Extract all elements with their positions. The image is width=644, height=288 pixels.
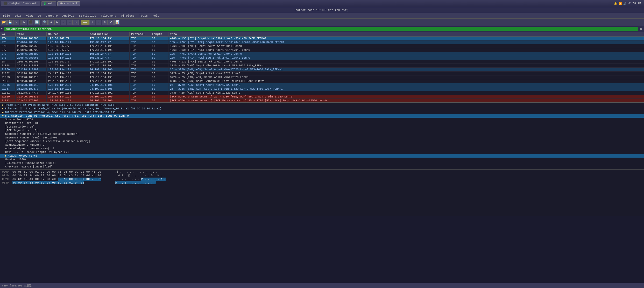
menu-telephony[interactable]: Telephony	[99, 14, 118, 18]
packet-row[interactable]: 21066351278.181518172.16.134.19124.197.1…	[0, 83, 644, 87]
toolbar-zoom-in[interactable]: +	[89, 20, 95, 25]
detail-line[interactable]: ▶Internet Protocol Version 4, Src: 195.3…	[0, 110, 644, 114]
packet-cell: 3729 → 25 [SYN] Seq=0 Win=16384 Len=0 MS…	[168, 64, 644, 67]
detail-line[interactable]: ▶Flags: 0x002 (SYN)	[0, 154, 644, 158]
packet-cell: 21063	[0, 75, 16, 79]
hex-bytes: 40 00 07 38 00 02 04 05 8c 01 01 04 02	[12, 181, 111, 184]
detail-line[interactable]: ▶Ethernet II, Src: Entrada_05:ce:0a (00:…	[0, 107, 644, 110]
packet-cell: TCP	[130, 87, 150, 91]
packet-row[interactable]: 277236845.982720195.36.247.77172.16.134.…	[0, 48, 644, 52]
packet-row[interactable]: 21062351278.18130824.197.194.106172.16.1…	[0, 72, 644, 75]
hex-row: 000000 05 69 00 01 e2 00 e0 b6 05 ce 0a …	[0, 170, 644, 174]
packet-detail[interactable]: ▶Frame 274: 62 bytes on wire (496 bits),…	[0, 102, 644, 170]
packet-cell: 135 → 4768 [SYN, ACK] Seq=0 Ack=1 Win=17…	[168, 40, 644, 44]
menu-capture[interactable]: Capture	[44, 14, 60, 18]
packet-cell: 236845.988061	[16, 56, 47, 60]
detail-text: [Calculated window size: 16384]	[5, 161, 56, 165]
packet-cell: 351278.181310	[16, 75, 47, 79]
menu-file[interactable]: File	[1, 14, 12, 18]
hex-offset: 0030	[2, 181, 12, 184]
menu-edit[interactable]: Edit	[12, 14, 23, 18]
packet-row[interactable]: 21048351278.11098024.197.194.106172.16.1…	[0, 64, 644, 68]
packet-cell: TCP	[130, 99, 150, 102]
toolbar-zoom-out[interactable]: −	[96, 20, 101, 25]
hex-row: 002086 bf 12 a0 00 87 08 e0 32 c6 00 00 …	[0, 177, 644, 181]
toolbar-stop[interactable]: ⬛	[28, 20, 33, 25]
packet-row[interactable]: 278236845.988061172.16.134.191195.36.247…	[0, 56, 644, 60]
detail-text: Checksum: 0x0738 [unverified]	[5, 165, 53, 168]
packet-cell: 236845.982720	[16, 48, 47, 52]
toolbar-save[interactable]: 💾	[7, 20, 13, 25]
menu-view[interactable]: View	[24, 14, 35, 18]
packet-cell: 24.197.194.106	[88, 99, 130, 102]
toolbar-zoom-reset[interactable]: ⊕	[102, 20, 108, 25]
toolbar-filter-prev[interactable]: ⟵	[67, 20, 73, 25]
filter-clear[interactable]: ✕	[639, 27, 643, 31]
packet-row[interactable]: 276236845.964550195.36.247.77172.16.134.…	[0, 44, 644, 48]
packet-row[interactable]: 275236844.906655172.16.134.191195.36.247…	[0, 40, 644, 44]
packet-row[interactable]: 21067351278.183677172.16.134.19124.197.1…	[0, 87, 644, 91]
toolbar-open[interactable]: 📂	[1, 20, 7, 25]
detail-line: Source Port: 4768	[0, 118, 644, 121]
packet-list[interactable]: No. Time Source Destination Protocol Len…	[0, 32, 644, 102]
col-header-info: Info	[168, 32, 644, 36]
packet-row[interactable]: 21081351278.27477724.197.194.106172.16.1…	[0, 91, 644, 95]
toolbar-jump[interactable]: ↩	[61, 20, 66, 25]
packet-cell: 24.197.194.106	[47, 72, 88, 75]
detail-text: Source Port: 4768	[5, 118, 33, 121]
packet-row[interactable]: 21050351278.110982172.16.134.19124.197.1…	[0, 68, 644, 72]
detail-line: [Stream index: 28]	[0, 125, 644, 129]
toolbar-close[interactable]: ✕	[13, 20, 19, 25]
packet-cell: 236845.964550	[16, 44, 47, 48]
toolbar-graph[interactable]: 📊	[114, 20, 120, 25]
toolbar-restart[interactable]: 🔄	[34, 20, 40, 25]
detail-line[interactable]: ▼Transmission Control Protocol, Src Port…	[0, 114, 644, 118]
detail-line: Acknowledgment Number: 0	[0, 143, 644, 147]
packet-cell: 351278.274777	[16, 91, 47, 95]
menu-tools[interactable]: Tools	[137, 14, 150, 18]
packet-row[interactable]: 21064351278.18131224.197.194.106172.16.1…	[0, 79, 644, 83]
packet-cell: TCP	[130, 79, 150, 83]
toolbar-colorize[interactable]: ▬▬	[81, 20, 89, 25]
packet-cell: 172.16.134.191	[88, 75, 130, 79]
taskbar-item-terminal[interactable]: ⬛ root@byt:/home/kali	[1, 1, 40, 6]
packet-row[interactable]: 284236846.861508195.36.247.77172.16.134.…	[0, 60, 644, 64]
menu-wireless[interactable]: Wireless	[119, 14, 137, 18]
hex-offset: 0000	[2, 170, 12, 173]
packet-list-header: No. Time Source Destination Protocol Len…	[0, 32, 644, 37]
toolbar-resize[interactable]: ⤢	[108, 20, 114, 25]
system-tray: 🔔 📶 🔊	[614, 2, 626, 5]
packet-cell: 135 → 4768 [FIN, ACK] Seq=1 Ack=2 Win=17…	[168, 56, 644, 60]
packet-row[interactable]: 21313351492.479362172.16.134.19124.197.1…	[0, 99, 644, 102]
menu-go[interactable]: Go	[36, 14, 43, 18]
packet-cell: 351490.500831	[16, 95, 47, 99]
taskbar-item-kali[interactable]: 🐉 kali	[41, 1, 56, 6]
packet-cell: TCP	[130, 83, 150, 87]
packet-row[interactable]: 278236845.986583172.16.134.191195.36.247…	[0, 52, 644, 56]
toolbar-filter-next[interactable]: ⟶	[73, 20, 79, 25]
detail-line[interactable]: ▶Frame 274: 62 bytes on wire (496 bits),…	[0, 103, 644, 107]
packet-row[interactable]: 21063351278.18131024.197.194.106172.16.1…	[0, 75, 644, 79]
menu-statistics[interactable]: Statistics	[77, 14, 98, 18]
packet-cell: 172.16.134.191	[47, 52, 88, 56]
detail-text: [Next Sequence Number: 1 (relative seque…	[5, 140, 90, 143]
taskbar-item-wireshark[interactable]: 🦈 Wireshark	[57, 1, 80, 6]
packet-cell: 24.197.194.106	[88, 68, 130, 71]
toolbar-separator-2	[41, 20, 41, 25]
menu-analyze[interactable]: Analyze	[60, 14, 76, 18]
toolbar-search[interactable]: 🔍	[42, 20, 48, 25]
detail-text: Sequence Number: 0 (relative sequence nu…	[5, 132, 79, 136]
packet-row[interactable]: 274236844.901586195.36.247.77172.16.134.…	[0, 37, 644, 40]
detail-text: Internet Protocol Version 4, Src: 195.36…	[5, 111, 116, 114]
toolbar-back[interactable]: ◀	[48, 20, 54, 25]
hex-ascii: . 0 7 . @ . . . . k . $ . M . .	[115, 174, 166, 177]
packet-cell: 60	[150, 75, 168, 79]
packet-cell: 275	[0, 40, 16, 44]
toolbar-start[interactable]: ▶	[22, 20, 27, 25]
filter-input[interactable]: tcp.port==135||tcp.port==25	[4, 27, 638, 31]
menu-help[interactable]: Help	[150, 14, 161, 18]
toolbar-forward[interactable]: ▶	[54, 20, 60, 25]
packet-cell: 62	[150, 40, 168, 44]
packet-cell: 172.16.134.191	[47, 83, 88, 87]
packet-row[interactable]: 21310351490.500831172.16.134.19124.197.1…	[0, 95, 644, 99]
